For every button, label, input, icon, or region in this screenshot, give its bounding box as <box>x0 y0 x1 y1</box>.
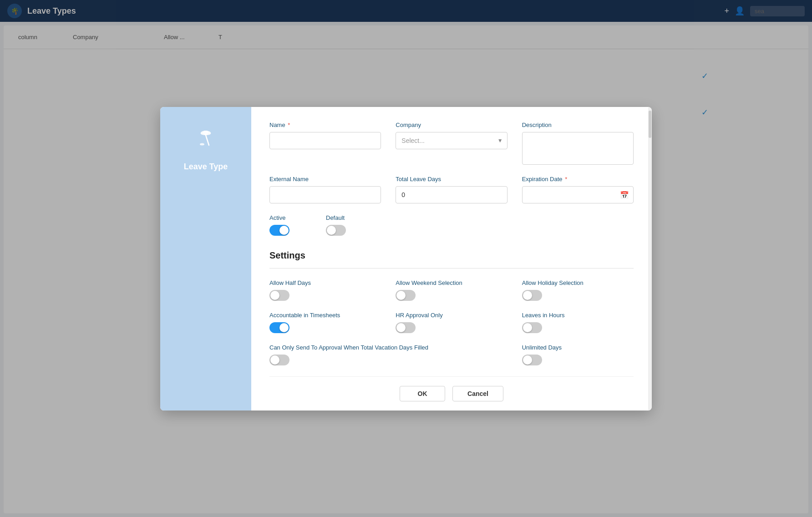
external-name-label: External Name <box>269 176 381 182</box>
allow-half-days-knob <box>270 291 279 300</box>
allow-weekend-selection-label: Allow Weekend Selection <box>396 279 507 286</box>
can-only-send-toggle[interactable] <box>269 355 289 365</box>
default-label: Default <box>326 214 346 221</box>
cancel-button[interactable]: Cancel <box>452 386 503 401</box>
active-label: Active <box>269 214 289 221</box>
allow-holiday-selection-toggle[interactable] <box>522 290 542 301</box>
settings-grid: Allow Half Days Allow Weekend Selection <box>269 279 634 365</box>
company-label: Company <box>396 122 507 128</box>
active-toggle-knob <box>279 226 289 235</box>
expiration-date-input[interactable] <box>522 186 634 203</box>
can-only-send-group: Can Only Send To Approval When Total Vac… <box>269 344 508 365</box>
expiration-date-wrapper: 📅 <box>522 186 634 203</box>
allow-half-days-toggle[interactable] <box>269 290 289 301</box>
allow-half-days-label: Allow Half Days <box>269 279 381 286</box>
dialog-footer: OK Cancel <box>269 376 634 411</box>
name-field-group: Name * <box>269 122 381 165</box>
ok-button[interactable]: OK <box>400 386 445 401</box>
expiration-date-label: Expiration Date * <box>522 176 634 182</box>
dialog-scrollbar[interactable] <box>648 107 652 411</box>
company-field-group: Company Select... ▼ <box>396 122 507 165</box>
dialog: Leave Type Name * Company Select... <box>160 107 652 411</box>
unlimited-days-knob <box>523 355 532 365</box>
active-toggle-group: Active <box>269 214 289 236</box>
allow-weekend-selection-knob <box>396 291 406 300</box>
external-name-field-group: External Name <box>269 176 381 203</box>
accountable-timesheets-toggle[interactable] <box>269 322 289 333</box>
external-name-input[interactable] <box>269 186 381 203</box>
settings-divider <box>269 268 634 269</box>
leaves-in-hours-label: Leaves in Hours <box>522 312 634 319</box>
default-toggle[interactable] <box>326 225 346 236</box>
description-textarea[interactable] <box>522 132 634 165</box>
description-field-group: Description <box>522 122 634 165</box>
allow-weekend-selection-toggle[interactable] <box>396 290 416 301</box>
total-leave-days-field-group: Total Leave Days <box>396 176 507 203</box>
allow-holiday-selection-label: Allow Holiday Selection <box>522 279 634 286</box>
company-select-wrapper: Select... ▼ <box>396 132 507 149</box>
svg-point-0 <box>193 125 218 151</box>
dialog-main-content: Name * Company Select... ▼ Descrip <box>251 107 652 411</box>
settings-section: Settings Allow Half Days Allow Weekend S… <box>269 250 634 365</box>
allow-half-days-group: Allow Half Days <box>269 279 381 301</box>
hr-approval-only-toggle[interactable] <box>396 322 416 333</box>
hr-approval-only-label: HR Approval Only <box>396 312 507 319</box>
name-input[interactable] <box>269 132 381 149</box>
expiration-date-field-group: Expiration Date * 📅 <box>522 176 634 203</box>
unlimited-days-label: Unlimited Days <box>522 344 634 351</box>
leaves-in-hours-toggle[interactable] <box>522 322 542 333</box>
sidebar-icon <box>193 125 218 155</box>
unlimited-days-toggle[interactable] <box>522 355 542 365</box>
form-grid-row2: External Name Total Leave Days Expiratio… <box>269 176 634 203</box>
name-label: Name * <box>269 122 381 128</box>
can-only-send-knob <box>270 355 279 365</box>
default-toggle-group: Default <box>326 214 346 236</box>
default-toggle-knob <box>327 226 336 235</box>
can-only-send-label: Can Only Send To Approval When Total Vac… <box>269 344 508 351</box>
allow-holiday-selection-group: Allow Holiday Selection <box>522 279 634 301</box>
dialog-sidebar: Leave Type <box>160 107 251 411</box>
hr-approval-only-knob <box>396 323 406 332</box>
svg-point-2 <box>200 143 204 145</box>
hr-approval-only-group: HR Approval Only <box>396 312 507 333</box>
description-label: Description <box>522 122 634 128</box>
toggles-row: Active Default <box>269 214 634 236</box>
leaves-in-hours-group: Leaves in Hours <box>522 312 634 333</box>
sidebar-title: Leave Type <box>184 162 228 172</box>
modal-overlay: Leave Type Name * Company Select... <box>0 0 812 517</box>
leaves-in-hours-knob <box>523 323 532 332</box>
active-toggle[interactable] <box>269 225 289 236</box>
total-leave-days-input[interactable] <box>396 186 507 203</box>
accountable-timesheets-group: Accountable in Timesheets <box>269 312 381 333</box>
company-select[interactable]: Select... <box>396 132 507 149</box>
accountable-timesheets-label: Accountable in Timesheets <box>269 312 381 319</box>
total-leave-days-label: Total Leave Days <box>396 176 507 182</box>
expiration-required-asterisk: * <box>565 176 567 182</box>
unlimited-days-group: Unlimited Days <box>522 344 634 365</box>
accountable-timesheets-knob <box>279 323 289 332</box>
allow-holiday-selection-knob <box>523 291 532 300</box>
scrollbar-thumb <box>649 111 651 138</box>
allow-weekend-selection-group: Allow Weekend Selection <box>396 279 507 301</box>
settings-title: Settings <box>269 250 634 261</box>
name-required-asterisk: * <box>288 122 290 128</box>
form-grid-row1: Name * Company Select... ▼ Descrip <box>269 122 634 165</box>
